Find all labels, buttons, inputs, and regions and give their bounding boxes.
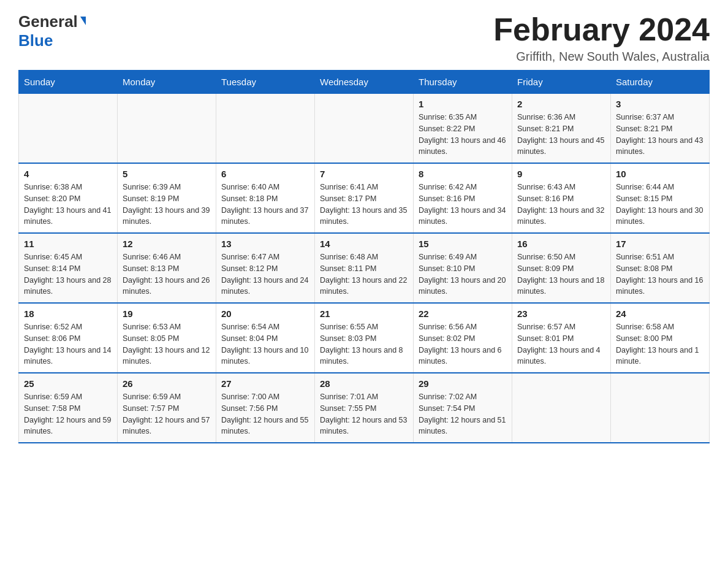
calendar-cell: 14Sunrise: 6:48 AM Sunset: 8:11 PM Dayli… xyxy=(315,233,414,303)
calendar-cell xyxy=(19,94,118,164)
day-info: Sunrise: 6:35 AM Sunset: 8:22 PM Dayligh… xyxy=(419,112,507,158)
calendar-cell: 8Sunrise: 6:42 AM Sunset: 8:16 PM Daylig… xyxy=(414,163,512,233)
calendar-cell: 23Sunrise: 6:57 AM Sunset: 8:01 PM Dayli… xyxy=(512,303,611,373)
day-info: Sunrise: 6:46 AM Sunset: 8:13 PM Dayligh… xyxy=(123,251,211,297)
page-title: February 2024 xyxy=(493,12,710,47)
day-number: 18 xyxy=(24,308,112,319)
day-number: 12 xyxy=(123,239,211,249)
calendar-cell: 1Sunrise: 6:35 AM Sunset: 8:22 PM Daylig… xyxy=(414,94,512,164)
day-number: 26 xyxy=(123,378,211,389)
day-number: 10 xyxy=(616,169,704,179)
calendar-cell: 20Sunrise: 6:54 AM Sunset: 8:04 PM Dayli… xyxy=(216,303,315,373)
calendar-cell xyxy=(611,373,710,443)
logo: General Blue xyxy=(18,12,86,50)
calendar-cell: 13Sunrise: 6:47 AM Sunset: 8:12 PM Dayli… xyxy=(216,233,315,303)
calendar-cell: 29Sunrise: 7:02 AM Sunset: 7:54 PM Dayli… xyxy=(414,373,512,443)
calendar-cell: 4Sunrise: 6:38 AM Sunset: 8:20 PM Daylig… xyxy=(19,163,118,233)
page-subtitle: Griffith, New South Wales, Australia xyxy=(493,50,710,64)
day-number: 14 xyxy=(320,239,408,249)
day-number: 4 xyxy=(24,169,112,179)
day-number: 1 xyxy=(419,99,507,109)
day-info: Sunrise: 6:55 AM Sunset: 8:03 PM Dayligh… xyxy=(320,321,408,367)
calendar-cell: 18Sunrise: 6:52 AM Sunset: 8:06 PM Dayli… xyxy=(19,303,118,373)
day-info: Sunrise: 6:44 AM Sunset: 8:15 PM Dayligh… xyxy=(616,182,704,228)
calendar-cell xyxy=(315,94,414,164)
calendar-week-row: 1Sunrise: 6:35 AM Sunset: 8:22 PM Daylig… xyxy=(19,94,710,164)
day-info: Sunrise: 6:56 AM Sunset: 8:02 PM Dayligh… xyxy=(419,321,507,367)
day-number: 5 xyxy=(123,169,211,179)
calendar-cell: 6Sunrise: 6:40 AM Sunset: 8:18 PM Daylig… xyxy=(216,163,315,233)
day-number: 24 xyxy=(616,308,704,319)
calendar-week-row: 18Sunrise: 6:52 AM Sunset: 8:06 PM Dayli… xyxy=(19,303,710,373)
calendar-cell: 24Sunrise: 6:58 AM Sunset: 8:00 PM Dayli… xyxy=(611,303,710,373)
calendar-cell: 25Sunrise: 6:59 AM Sunset: 7:58 PM Dayli… xyxy=(19,373,118,443)
day-number: 20 xyxy=(221,308,309,319)
calendar-week-row: 25Sunrise: 6:59 AM Sunset: 7:58 PM Dayli… xyxy=(19,373,710,443)
day-info: Sunrise: 7:01 AM Sunset: 7:55 PM Dayligh… xyxy=(320,391,408,437)
calendar-cell: 19Sunrise: 6:53 AM Sunset: 8:05 PM Dayli… xyxy=(118,303,216,373)
calendar-cell: 9Sunrise: 6:43 AM Sunset: 8:16 PM Daylig… xyxy=(512,163,611,233)
day-number: 29 xyxy=(419,378,507,389)
day-info: Sunrise: 6:48 AM Sunset: 8:11 PM Dayligh… xyxy=(320,251,408,297)
day-info: Sunrise: 6:49 AM Sunset: 8:10 PM Dayligh… xyxy=(419,251,507,297)
calendar-cell: 27Sunrise: 7:00 AM Sunset: 7:56 PM Dayli… xyxy=(216,373,315,443)
calendar-cell: 21Sunrise: 6:55 AM Sunset: 8:03 PM Dayli… xyxy=(315,303,414,373)
header-thursday: Thursday xyxy=(414,71,512,94)
day-info: Sunrise: 6:42 AM Sunset: 8:16 PM Dayligh… xyxy=(419,182,507,228)
day-info: Sunrise: 7:02 AM Sunset: 7:54 PM Dayligh… xyxy=(419,391,507,437)
calendar-cell: 12Sunrise: 6:46 AM Sunset: 8:13 PM Dayli… xyxy=(118,233,216,303)
day-info: Sunrise: 6:47 AM Sunset: 8:12 PM Dayligh… xyxy=(221,251,309,297)
day-info: Sunrise: 6:43 AM Sunset: 8:16 PM Dayligh… xyxy=(517,182,605,228)
day-info: Sunrise: 6:37 AM Sunset: 8:21 PM Dayligh… xyxy=(616,112,704,158)
day-info: Sunrise: 6:59 AM Sunset: 7:58 PM Dayligh… xyxy=(24,391,112,437)
day-number: 19 xyxy=(123,308,211,319)
day-number: 13 xyxy=(221,239,309,249)
day-number: 8 xyxy=(419,169,507,179)
day-number: 16 xyxy=(517,239,605,249)
calendar-cell: 10Sunrise: 6:44 AM Sunset: 8:15 PM Dayli… xyxy=(611,163,710,233)
calendar-cell: 2Sunrise: 6:36 AM Sunset: 8:21 PM Daylig… xyxy=(512,94,611,164)
day-number: 22 xyxy=(419,308,507,319)
calendar-table: SundayMondayTuesdayWednesdayThursdayFrid… xyxy=(18,70,710,443)
calendar-cell xyxy=(216,94,315,164)
day-info: Sunrise: 6:51 AM Sunset: 8:08 PM Dayligh… xyxy=(616,251,704,297)
day-info: Sunrise: 6:54 AM Sunset: 8:04 PM Dayligh… xyxy=(221,321,309,367)
logo-triangle-icon xyxy=(80,17,86,25)
day-number: 7 xyxy=(320,169,408,179)
calendar-cell: 3Sunrise: 6:37 AM Sunset: 8:21 PM Daylig… xyxy=(611,94,710,164)
header-monday: Monday xyxy=(118,71,216,94)
day-number: 27 xyxy=(221,378,309,389)
day-info: Sunrise: 6:53 AM Sunset: 8:05 PM Dayligh… xyxy=(123,321,211,367)
day-number: 2 xyxy=(517,99,605,109)
calendar-header-row: SundayMondayTuesdayWednesdayThursdayFrid… xyxy=(19,71,710,94)
day-number: 23 xyxy=(517,308,605,319)
calendar-cell: 16Sunrise: 6:50 AM Sunset: 8:09 PM Dayli… xyxy=(512,233,611,303)
day-info: Sunrise: 6:36 AM Sunset: 8:21 PM Dayligh… xyxy=(517,112,605,158)
day-number: 21 xyxy=(320,308,408,319)
day-number: 3 xyxy=(616,99,704,109)
day-info: Sunrise: 6:57 AM Sunset: 8:01 PM Dayligh… xyxy=(517,321,605,367)
day-number: 28 xyxy=(320,378,408,389)
title-block: February 2024 Griffith, New South Wales,… xyxy=(493,12,710,64)
calendar-cell: 28Sunrise: 7:01 AM Sunset: 7:55 PM Dayli… xyxy=(315,373,414,443)
day-info: Sunrise: 6:38 AM Sunset: 8:20 PM Dayligh… xyxy=(24,182,112,228)
header-wednesday: Wednesday xyxy=(315,71,414,94)
day-number: 6 xyxy=(221,169,309,179)
calendar-cell: 26Sunrise: 6:59 AM Sunset: 7:57 PM Dayli… xyxy=(118,373,216,443)
day-info: Sunrise: 6:39 AM Sunset: 8:19 PM Dayligh… xyxy=(123,182,211,228)
calendar-cell: 5Sunrise: 6:39 AM Sunset: 8:19 PM Daylig… xyxy=(118,163,216,233)
calendar-cell: 7Sunrise: 6:41 AM Sunset: 8:17 PM Daylig… xyxy=(315,163,414,233)
calendar-cell: 17Sunrise: 6:51 AM Sunset: 8:08 PM Dayli… xyxy=(611,233,710,303)
header-friday: Friday xyxy=(512,71,611,94)
day-info: Sunrise: 6:45 AM Sunset: 8:14 PM Dayligh… xyxy=(24,251,112,297)
day-info: Sunrise: 6:52 AM Sunset: 8:06 PM Dayligh… xyxy=(24,321,112,367)
calendar-cell: 11Sunrise: 6:45 AM Sunset: 8:14 PM Dayli… xyxy=(19,233,118,303)
calendar-week-row: 4Sunrise: 6:38 AM Sunset: 8:20 PM Daylig… xyxy=(19,163,710,233)
day-number: 17 xyxy=(616,239,704,249)
day-number: 25 xyxy=(24,378,112,389)
calendar-cell: 22Sunrise: 6:56 AM Sunset: 8:02 PM Dayli… xyxy=(414,303,512,373)
day-info: Sunrise: 6:41 AM Sunset: 8:17 PM Dayligh… xyxy=(320,182,408,228)
day-number: 9 xyxy=(517,169,605,179)
calendar-cell: 15Sunrise: 6:49 AM Sunset: 8:10 PM Dayli… xyxy=(414,233,512,303)
day-info: Sunrise: 6:40 AM Sunset: 8:18 PM Dayligh… xyxy=(221,182,309,228)
